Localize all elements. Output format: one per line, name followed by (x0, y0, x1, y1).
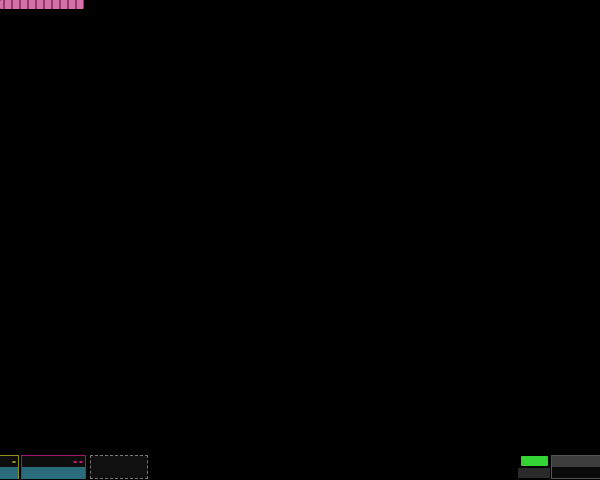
c2-esr-chip (73, 461, 77, 463)
time-axis (0, 322, 600, 338)
timebase-value (552, 467, 600, 479)
hd-mode-badge (521, 456, 548, 466)
c2-coupling-chip (79, 461, 83, 463)
waveform-grid (0, 0, 600, 322)
add-trace-button[interactable] (90, 455, 148, 479)
measure-table (0, 344, 600, 430)
c1-scale-value (0, 467, 18, 479)
timebase-panel[interactable] (551, 455, 600, 479)
oscilloscope-screen (0, 0, 600, 480)
c1-coupling-chip (12, 461, 16, 463)
channel2-descriptor[interactable] (21, 455, 86, 479)
c2-scale-value (22, 467, 85, 479)
bit-depth-label (518, 468, 550, 478)
top-left-badge (0, 0, 84, 9)
histicons-row[interactable] (0, 429, 400, 455)
timebase-title (552, 456, 600, 467)
channel1-descriptor[interactable] (0, 455, 19, 479)
